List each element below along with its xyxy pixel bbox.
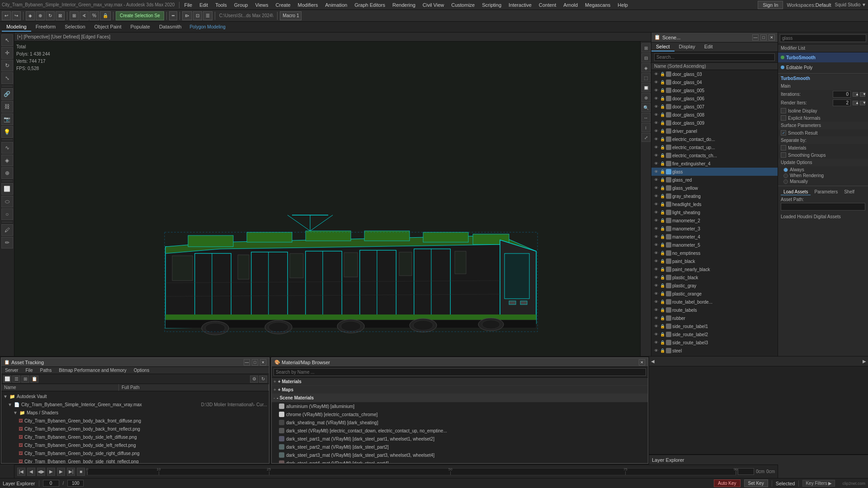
tl-play-back[interactable]: ◀▶ — [37, 468, 45, 476]
lt-paint[interactable]: 🖊 — [1, 224, 13, 236]
mb-maps-header[interactable]: + + Maps — [272, 386, 648, 394]
lt-helpers[interactable]: ⊕ — [1, 167, 13, 179]
sign-in-button[interactable]: Sign In — [758, 1, 783, 9]
scene-item[interactable]: 👁 🔒 rubber — [651, 314, 778, 322]
scene-item[interactable]: 👁 🔒 door_glass_04 — [651, 78, 778, 86]
vp-rt-6[interactable]: ⊕ — [642, 93, 651, 102]
scene-item[interactable]: 👁 🔒 gray_sheating — [651, 192, 778, 200]
scene-item[interactable]: 👁 🔒 glass — [651, 168, 778, 176]
se-bottom-scroll-left[interactable]: ◀ — [651, 359, 655, 364]
smooth-result-checkbox[interactable] — [781, 130, 786, 136]
vp-rt-3[interactable]: ◈ — [642, 63, 651, 72]
mb-mat-5[interactable]: dark_steel_part2_mat (VRayMtl) [dark_ste… — [272, 443, 648, 451]
mb-search-input[interactable] — [274, 368, 646, 376]
menu-help[interactable]: Help — [614, 1, 632, 9]
menu-megascans[interactable]: Megascans — [581, 1, 614, 9]
vp-rt-4[interactable]: ⬚ — [642, 73, 651, 82]
at-map-3[interactable]: 🖼 City_Tram_Bybanen_Green_body_side_left… — [2, 433, 268, 441]
scene-item[interactable]: 👁 🔒 door_glass_006 — [651, 94, 778, 103]
lt-select[interactable]: ↖ — [1, 34, 13, 46]
spinner-snap-toggle[interactable]: 🔒 — [100, 11, 111, 20]
scene-item[interactable]: 👁 🔒 electric_contacts_ch... — [651, 151, 778, 160]
set-key-button[interactable]: Set Key — [744, 479, 768, 487]
macro-btn[interactable]: Macro 1 — [280, 11, 302, 20]
lt-move[interactable]: ✛ — [1, 47, 13, 59]
vp-rt-9[interactable]: ↕ — [642, 123, 651, 132]
menu-tools[interactable]: Tools — [212, 1, 231, 9]
scene-item[interactable]: 👁 🔒 electric_contact_up... — [651, 143, 778, 151]
lt-cylinder[interactable]: ⬭ — [1, 196, 13, 207]
at-tb-settings[interactable]: ⚙ — [250, 375, 258, 383]
lt-spline[interactable]: ∿ — [1, 142, 13, 154]
vp-rt-5[interactable]: 🔲 — [642, 83, 651, 92]
status-range-start[interactable] — [43, 480, 59, 487]
select-button[interactable]: ◈ — [26, 11, 35, 20]
scene-item[interactable]: 👁 🔒 glass_yellow — [651, 184, 778, 192]
render-iters-input[interactable] — [833, 99, 851, 106]
rotate-button[interactable]: ↻ — [46, 11, 55, 20]
menu-graph-editors[interactable]: Graph Editors — [351, 1, 389, 9]
lt-geo[interactable]: ◈ — [1, 155, 13, 166]
scene-tab-edit[interactable]: Edit — [700, 42, 717, 52]
squid-studio[interactable]: Squid Studio ▼ — [835, 2, 866, 7]
menu-file[interactable]: File — [180, 1, 196, 9]
tab-populate[interactable]: Populate — [126, 23, 154, 32]
at-close[interactable]: ✕ — [260, 359, 266, 366]
scene-item[interactable]: 👁 🔒 no_emptiness — [651, 249, 778, 257]
scene-item[interactable]: 👁 🔒 driver_panel — [651, 127, 778, 135]
scene-item[interactable]: 👁 🔒 manometer_2 — [651, 216, 778, 225]
mirror-button[interactable]: ⧐ — [182, 11, 192, 20]
vp-rt-7[interactable]: 🔍 — [642, 103, 651, 112]
menu-interactive[interactable]: Interactive — [505, 1, 535, 9]
at-map-6[interactable]: 🖼 City_Tram_Bybanen_Green_body_side_righ… — [2, 457, 268, 463]
tl-stop[interactable]: ■ — [77, 468, 85, 476]
menu-scripting[interactable]: Scripting — [478, 1, 505, 9]
tl-next-key[interactable]: ▶| — [67, 468, 75, 476]
lt-link[interactable]: 🔗 — [1, 88, 13, 100]
lt-scale[interactable]: ⤡ — [1, 72, 13, 84]
menu-civil-view[interactable]: Civil View — [419, 1, 448, 9]
tab-datasmith[interactable]: Datasmith — [155, 23, 186, 32]
menu-group[interactable]: Group — [231, 1, 252, 9]
scene-item[interactable]: 👁 🔒 manometer_3 — [651, 225, 778, 233]
scene-search-input[interactable] — [654, 53, 775, 61]
scene-item[interactable]: 👁 🔒 plastic_orange — [651, 290, 778, 298]
mb-mat-0[interactable]: alluminium (VRayMtl) [alluminium] — [272, 402, 648, 410]
menu-edit[interactable]: Edit — [196, 1, 212, 9]
scene-item[interactable]: 👁 🔒 door_glass_008 — [651, 111, 778, 119]
at-map-1[interactable]: 🖼 City_Tram_Bybanen_Green_body_back_fron… — [2, 417, 268, 425]
move-button[interactable]: ⊕ — [36, 11, 45, 20]
status-range-end[interactable] — [67, 480, 84, 487]
scene-item[interactable]: 👁 🔒 side_route_label1 — [651, 322, 778, 330]
workspace-value[interactable]: Default — [816, 2, 831, 8]
tl-play-fwd[interactable]: ▶ — [47, 468, 55, 476]
smoothing-groups-checkbox[interactable] — [781, 152, 786, 158]
menu-rendering[interactable]: Rendering — [389, 1, 419, 9]
mb-mat-7[interactable]: dark_steel_part4_mat (VRayMtl) [dark_ste… — [272, 459, 648, 463]
iter-down[interactable]: ▼ — [860, 92, 865, 97]
scale-button[interactable]: ⊠ — [56, 11, 65, 20]
tab-modeling[interactable]: Modeling — [2, 23, 31, 32]
scene-item[interactable]: 👁 🔒 side_route_label3 — [651, 338, 778, 347]
vp-rt-1[interactable]: ⊞ — [642, 43, 651, 52]
undo-button[interactable]: ↩ — [2, 11, 11, 20]
at-menu-server[interactable]: Server — [1, 367, 22, 374]
create-selection-button[interactable]: Create Selection Se — [116, 11, 164, 20]
menu-content[interactable]: Content — [535, 1, 560, 9]
at-menu-file[interactable]: File — [22, 367, 36, 374]
la-tab-shelf[interactable]: Shelf — [841, 189, 857, 195]
at-map-4[interactable]: 🖼 City_Tram_Bybanen_Green_body_side_left… — [2, 441, 268, 449]
scene-item[interactable]: 👁 🔒 glass_red — [651, 176, 778, 184]
scene-item[interactable]: 👁 🔒 steel — [651, 347, 778, 355]
se-minimize[interactable]: — — [752, 34, 759, 41]
isoline-checkbox[interactable] — [781, 108, 786, 113]
scene-item[interactable]: 👁 🔒 light_sheating — [651, 208, 778, 216]
se-bottom-scroll-right[interactable]: ▶ — [863, 359, 866, 364]
scene-item[interactable]: 👁 🔒 fire_extinguisher_4 — [651, 160, 778, 168]
update-always-radio[interactable] — [783, 168, 788, 172]
tl-time-input[interactable] — [738, 468, 754, 475]
scene-item[interactable]: 👁 🔒 route_label_borde... — [651, 298, 778, 306]
named-sel-sets[interactable]: ━ — [169, 11, 177, 20]
menu-views[interactable]: Views — [251, 1, 272, 9]
at-tb-refresh[interactable]: ↻ — [259, 375, 267, 383]
